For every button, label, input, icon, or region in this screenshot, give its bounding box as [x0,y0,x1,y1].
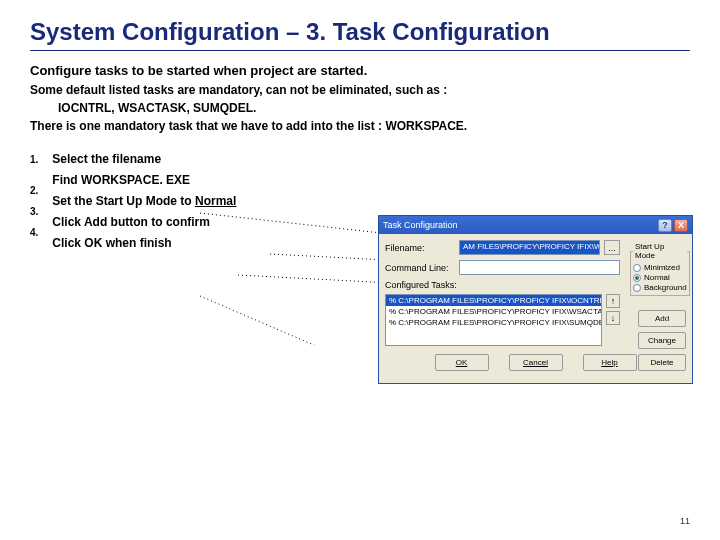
step-texts: Select the filename Find WORKSPACE. EXE … [52,149,236,254]
body-text-1: Some default listed tasks are mandatory,… [30,82,690,98]
step-num-2: 2. [30,180,38,201]
step-4: Click OK when finish [52,233,236,254]
step-1a: Select the filename [52,149,236,170]
move-up-button[interactable]: ↑ [606,294,620,308]
list-item[interactable]: % C:\PROGRAM FILES\PROFICY\PROFICY IFIX\… [386,306,601,317]
cmdline-label: Command Line: [385,263,455,273]
task-config-dialog: Task Configuration ? X Start Up Mode Min… [378,215,693,384]
body-text-1-indent: IOCNTRL, WSACTASK, SUMQDEL. [30,100,690,116]
change-button[interactable]: Change [638,332,686,349]
cmdline-field[interactable] [459,260,620,275]
browse-button[interactable]: ... [604,240,620,255]
move-down-button[interactable]: ↓ [606,311,620,325]
filename-field[interactable]: AM FILES\PROFICY\PROFICY IFIX\WORKSPACE [459,240,600,255]
body-text-2: There is one mandatory task that we have… [30,118,690,134]
close-icon[interactable]: X [674,219,688,232]
dialog-titlebar: Task Configuration ? X [379,216,692,234]
step-3: Click Add button to confirm [52,212,236,233]
page-title: System Configuration – 3. Task Configura… [30,18,690,46]
step-2: Set the Start Up Mode to Normal [52,191,236,212]
step-num-4: 4. [30,222,38,243]
cancel-button[interactable]: Cancel [509,354,563,371]
filename-label: Filename: [385,243,455,253]
delete-button[interactable]: Delete [638,354,686,371]
task-list[interactable]: % C:\PROGRAM FILES\PROFICY\PROFICY IFIX\… [385,294,602,346]
radio-background[interactable]: Background [633,283,687,292]
add-button[interactable]: Add [638,310,686,327]
startup-mode-group: Start Up Mode Minimized Normal Backgroun… [626,240,686,298]
list-item[interactable]: % C:\PROGRAM FILES\PROFICY\PROFICY IFIX\… [386,295,601,306]
startup-legend: Start Up Mode [633,242,687,260]
help-button[interactable]: Help [583,354,637,371]
step-num-3: 3. [30,201,38,222]
subtitle: Configure tasks to be started when proje… [30,63,690,78]
radio-normal[interactable]: Normal [633,273,687,282]
radio-minimized[interactable]: Minimized [633,263,687,272]
title-rule [30,50,690,51]
step-1b: Find WORKSPACE. EXE [52,170,236,191]
list-item[interactable]: % C:\PROGRAM FILES\PROFICY\PROFICY IFIX\… [386,317,601,328]
dialog-help-icon[interactable]: ? [658,219,672,232]
step-num-1: 1. [30,149,38,170]
page-number: 11 [680,516,690,526]
step-numbers: 1. 2. 3. 4. [30,149,38,254]
ok-button[interactable]: OK [435,354,489,371]
dialog-title-text: Task Configuration [383,220,458,230]
